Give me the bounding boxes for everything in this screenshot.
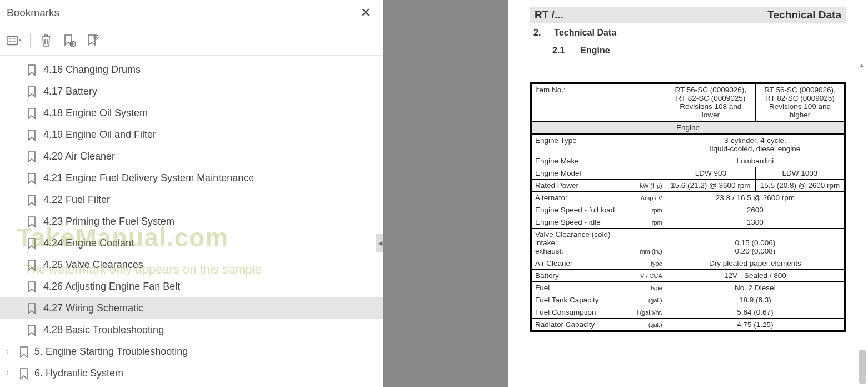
bookmark-item[interactable]: 4.26 Adjusting Engine Fan Belt (0, 276, 383, 297)
table-row-label: Fuel Tank Capacityl (gal.) (531, 294, 666, 306)
table-row-value: 4.75 (1.25) (666, 319, 845, 331)
bookmark-icon (27, 172, 37, 185)
bookmark-icon (27, 216, 37, 228)
table-row-label: AlternatorAmp / V (531, 192, 666, 204)
section-number: 2. (533, 28, 541, 38)
scroll-up-icon[interactable]: ▴ (858, 61, 866, 69)
table-row-label: Engine Model (531, 167, 666, 180)
bookmark-icon (27, 302, 37, 315)
bookmark-icon (27, 324, 37, 336)
table-row-label: Air Cleanertype (531, 257, 666, 270)
table-row-value: 18.9 (6.3) (666, 294, 845, 306)
table-row-value: Lombardini (666, 155, 845, 167)
bookmarks-toolbar (0, 27, 383, 56)
bookmark-label: 4.25 Valve Clearances (43, 257, 143, 272)
table-header-col1: RT 56-SC (0009026),RT 82-SC (0009025)Rev… (666, 83, 755, 122)
table-row-value: Dry pleated paper elements (666, 257, 845, 270)
table-row-value: 15.5 (20.8) @ 2600 rpm (755, 180, 845, 192)
svg-rect-0 (7, 37, 18, 45)
bookmarks-header: Bookmarks ✕ (0, 0, 383, 27)
bookmark-icon (27, 281, 37, 293)
bookmark-item[interactable]: 4.23 Priming the Fuel System (0, 211, 383, 232)
bookmark-item[interactable]: 4.24 Engine Coolant (0, 232, 383, 254)
table-row-label: Engine Type (531, 134, 666, 155)
bookmark-label: 4.27 Wiring Schematic (43, 301, 143, 316)
bookmark-item[interactable]: 4.17 Battery (0, 81, 383, 102)
page-header: RT /... Technical Data (530, 7, 846, 23)
chevron-right-icon[interactable]: 〉 (6, 368, 13, 379)
bookmark-icon (27, 64, 37, 76)
bookmark-label: 4.20 Air Cleaner (43, 149, 115, 164)
bookmark-icon (19, 346, 29, 358)
scrollbar[interactable]: ▴ (858, 61, 867, 373)
bookmark-item[interactable]: 4.20 Air Cleaner (0, 146, 383, 167)
table-row-label: Fueltype (531, 282, 666, 294)
bookmark-item[interactable]: 4.18 Engine Oil System (0, 102, 383, 124)
table-row-label: BatteryV / CCA (531, 270, 666, 282)
table-row-value: 12V - Sealed / 800 (666, 270, 845, 282)
scroll-thumb[interactable] (859, 350, 866, 384)
bookmark-label: 4.21 Engine Fuel Delivery System Mainten… (43, 171, 254, 186)
bookmark-item[interactable]: 4.25 Valve Clearances (0, 254, 383, 276)
bookmark-icon (19, 368, 29, 380)
bookmark-label: 4.24 Engine Coolant (43, 236, 134, 251)
bookmark-item[interactable]: 4.27 Wiring Schematic (0, 297, 383, 319)
section-title: Technical Data (554, 28, 616, 38)
bookmark-settings-icon[interactable] (85, 33, 101, 48)
table-row-label: Engine Speed - full loadrpm (531, 204, 666, 216)
bookmark-item[interactable]: 4.28 Basic Troubleshooting (0, 319, 383, 341)
bookmark-icon (27, 237, 37, 250)
bookmark-item[interactable]: 4.22 Fuel Filter (0, 189, 383, 211)
bookmark-item[interactable]: 4.19 Engine Oil and Filter (0, 124, 383, 146)
table-row-value: LDW 903 (666, 167, 755, 180)
section-heading: 2. Technical Data (533, 28, 846, 38)
bookmarks-title: Bookmarks (7, 7, 59, 19)
delete-icon[interactable] (38, 33, 54, 48)
subsection-title: Engine (580, 46, 610, 56)
document-page: RT /... Technical Data 2. Technical Data… (508, 0, 868, 387)
bookmarks-list[interactable]: TakeManual.com The watermark only appear… (0, 56, 383, 387)
svg-point-9 (96, 37, 97, 38)
bookmark-label: 4.26 Adjusting Engine Fan Belt (43, 279, 180, 294)
bookmarks-panel: Bookmarks ✕ TakeManual.com The watermark… (0, 0, 383, 387)
table-row-label: Rated PowerkW (Hp) (531, 180, 666, 192)
technical-data-table: Item No.:RT 56-SC (0009026),RT 82-SC (00… (530, 82, 846, 332)
bookmark-icon (27, 86, 37, 98)
chevron-right-icon[interactable]: 〉 (6, 346, 13, 358)
page-gutter: ◀ (383, 0, 508, 387)
bookmark-label: 4.23 Priming the Fuel System (43, 214, 174, 229)
table-row-value: No. 2 Diesel (666, 282, 845, 294)
table-row-value: 23.8 / 16.5 @ 2600 rpm (666, 192, 845, 204)
bookmark-label: 4.28 Basic Troubleshooting (43, 322, 164, 338)
close-icon[interactable]: ✕ (357, 4, 374, 21)
bookmark-parent-item[interactable]: 〉5. Engine Starting Troubleshooting (0, 341, 383, 363)
bookmark-label: 4.16 Changing Drums (43, 62, 141, 77)
table-row-label: Engine Make (531, 155, 666, 167)
table-row-value: 3-cylinder, 4-cycle,liquid-cooled, diese… (666, 134, 845, 155)
table-row-value: 15.6 (21.2) @ 3600 rpm (666, 180, 755, 192)
page-header-right: Technical Data (767, 9, 841, 21)
bookmark-icon (27, 151, 37, 163)
table-row-value: 2600 (666, 204, 845, 216)
table-row-label: Valve Clearance (cold) intake: exhaust:m… (531, 229, 666, 257)
add-bookmark-icon[interactable] (62, 33, 77, 48)
bookmark-label: 4.18 Engine Oil System (43, 106, 148, 121)
bookmark-label: 4.19 Engine Oil and Filter (43, 127, 156, 142)
bookmark-parent-item[interactable]: 〉6. Hydraulic System (0, 363, 383, 384)
toolbar-separator (30, 33, 31, 48)
bookmark-label: 6. Hydraulic System (34, 366, 123, 381)
table-section-label: Engine (531, 121, 845, 134)
bookmark-item[interactable]: 4.16 Changing Drums (0, 59, 383, 81)
table-row-label: Fuel Consumptionl (gal.)/hr. (531, 306, 666, 319)
collapse-handle-icon[interactable]: ◀ (376, 234, 383, 252)
table-row-label: Engine Speed - idlerpm (531, 216, 666, 229)
table-header-col2: RT 56-SC (0009026),RT 82-SC (0009025)Rev… (755, 83, 845, 122)
table-row-value: 1300 (666, 216, 845, 229)
table-row-value: LDW 1003 (755, 167, 845, 180)
bookmark-item[interactable]: 4.21 Engine Fuel Delivery System Mainten… (0, 167, 383, 189)
table-row-value: 0.15 (0.006)0.20 (0.008) (666, 229, 845, 257)
options-icon[interactable] (7, 33, 22, 48)
subsection-number: 2.1 (552, 46, 565, 56)
bookmark-icon (27, 259, 37, 271)
bookmark-icon (27, 107, 37, 120)
